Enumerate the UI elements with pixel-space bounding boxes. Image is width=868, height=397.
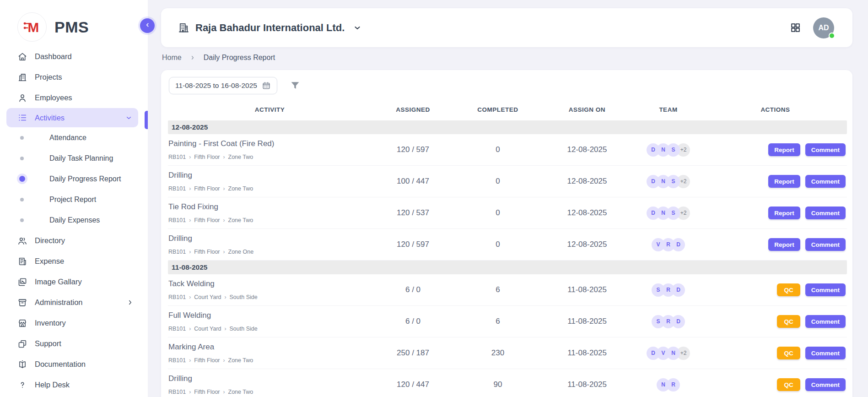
report-button[interactable]: Report: [768, 175, 800, 188]
chevron-right-icon: ›: [189, 185, 191, 192]
assigned-value: 120 / 597: [372, 145, 454, 154]
assign-on-value: 11-08-2025: [541, 348, 633, 358]
activity-path: RB101›Fifth Floor›Zone Two: [168, 217, 372, 223]
main-area: Raja Bahadur International Ltd. AD Home: [148, 0, 868, 397]
sidebar-item-directory[interactable]: Directory: [0, 230, 148, 251]
buildings-icon: [17, 72, 27, 82]
path-segment: Fifth Floor: [194, 249, 220, 255]
actions-cell: ReportComment: [704, 238, 847, 251]
app-title: PMS: [54, 18, 89, 36]
actions-cell: QCComment: [704, 315, 847, 328]
chevron-right-icon: ›: [189, 249, 191, 255]
comment-button[interactable]: Comment: [805, 238, 846, 251]
svg-text:M: M: [28, 20, 39, 35]
activity-name: Marking Area: [168, 343, 372, 352]
path-segment: RB101: [168, 326, 186, 332]
chevron-right-icon: ›: [189, 389, 191, 395]
completed-value: 6: [454, 317, 541, 326]
comment-button[interactable]: Comment: [805, 143, 846, 156]
report-button[interactable]: Report: [768, 238, 800, 251]
breadcrumb: Home Daily Progress Report: [162, 54, 275, 62]
avatar-initials: AD: [818, 24, 829, 32]
filter-row: 11-08-2025 to 16-08-2025: [161, 70, 852, 94]
actions-cell: QCComment: [704, 283, 847, 296]
column-header-assigned: ASSIGNED: [372, 106, 454, 113]
qc-button[interactable]: QC: [777, 378, 800, 391]
sidebar-collapse-button[interactable]: [140, 18, 155, 33]
date-group-row: 11-08-2025: [168, 261, 847, 274]
actions-cell: ReportComment: [704, 207, 847, 219]
chevron-right-icon: ›: [189, 294, 191, 300]
team-avatar: D: [647, 207, 660, 220]
actions-cell: ReportComment: [704, 143, 847, 156]
activity-path: RB101›Fifth Floor›Zone Two: [168, 357, 372, 364]
activity-name: Tie Rod Fixing: [168, 202, 372, 212]
content-card: 11-08-2025 to 16-08-2025 ACTIVITY ASSIGN…: [161, 70, 852, 397]
chevron-right-icon: ›: [223, 217, 225, 223]
sidebar-item-support[interactable]: Support: [0, 333, 148, 354]
path-segment: RB101: [168, 185, 186, 192]
filter-button[interactable]: [290, 80, 301, 91]
user-avatar[interactable]: AD: [813, 17, 834, 38]
path-segment: Court Yard: [194, 294, 221, 300]
company-selector[interactable]: Raja Bahadur International Ltd.: [178, 22, 362, 34]
sidebar-item-dashboard[interactable]: Dashboard: [0, 46, 148, 67]
assign-on-value: 11-08-2025: [541, 317, 633, 326]
actions-cell: ReportComment: [704, 175, 847, 188]
comment-button[interactable]: Comment: [805, 315, 846, 328]
comment-button[interactable]: Comment: [805, 378, 846, 391]
sidebar-item-help-desk[interactable]: Help Desk: [0, 375, 148, 395]
sidebar-subitem-project-report[interactable]: Project Report: [0, 189, 148, 210]
sidebar-subitem-daily-task-planning[interactable]: Daily Task Planning: [0, 148, 148, 169]
sidebar-item-expense[interactable]: Expense: [0, 251, 148, 272]
sidebar-item-inventory[interactable]: Inventory: [0, 313, 148, 333]
report-button[interactable]: Report: [768, 207, 800, 219]
breadcrumb-home-link[interactable]: Home: [162, 54, 182, 62]
team-cell: SRD: [633, 283, 704, 297]
help-icon: [17, 380, 27, 390]
activity-name: Painting - First Coat (Fire Red): [168, 139, 372, 148]
path-segment: South Side: [230, 326, 258, 332]
sidebar-nav: DashboardProjectsEmployeesActivitiesAtte…: [0, 46, 148, 395]
team-cell: DNS+2: [633, 207, 704, 220]
sidebar-item-image-gallary[interactable]: Image Gallary: [0, 272, 148, 292]
chevron-right-icon: ›: [189, 217, 191, 223]
topbar-actions: AD: [790, 17, 834, 38]
calendar-icon: [262, 81, 271, 90]
assigned-value: 120 / 597: [372, 240, 454, 249]
activity-row: Marking AreaRB101›Fifth Floor›Zone Two25…: [168, 337, 847, 369]
qc-button[interactable]: QC: [777, 315, 800, 328]
comment-button[interactable]: Comment: [805, 347, 846, 359]
path-segment: Fifth Floor: [194, 154, 220, 160]
qc-button[interactable]: QC: [777, 283, 800, 296]
sidebar-item-administration[interactable]: Administration: [0, 292, 148, 313]
team-avatar: S: [652, 283, 665, 297]
chevron-down-icon: [353, 23, 362, 33]
sidebar-item-employees[interactable]: Employees: [0, 87, 148, 108]
sidebar-subitem-daily-progress-report[interactable]: Daily Progress Report: [0, 169, 148, 189]
path-segment: Zone Two: [228, 185, 253, 192]
report-button[interactable]: Report: [768, 143, 800, 156]
activity-name: Full Welding: [168, 311, 372, 320]
comment-button[interactable]: Comment: [805, 207, 846, 219]
sidebar-item-documentation[interactable]: Documentation: [0, 354, 148, 375]
assigned-value: 250 / 187: [372, 348, 454, 358]
chevron-right-icon: ›: [223, 357, 225, 364]
date-range-input[interactable]: 11-08-2025 to 16-08-2025: [169, 77, 277, 94]
online-status-dot: [829, 33, 835, 39]
column-header-assign-on: ASSIGN ON: [541, 106, 633, 113]
sidebar-subitem-attendance[interactable]: Attendance: [0, 127, 148, 148]
sidebar-subitem-daily-expenses[interactable]: Daily Expenses: [0, 210, 148, 230]
apps-grid-button[interactable]: [790, 22, 801, 33]
sidebar-item-activities[interactable]: Activities: [6, 108, 138, 127]
chevron-right-icon: ›: [189, 357, 191, 364]
path-segment: RB101: [168, 389, 186, 395]
assign-on-value: 12-08-2025: [541, 177, 633, 186]
qc-button[interactable]: QC: [777, 347, 800, 359]
path-segment: RB101: [168, 357, 186, 364]
gallery-icon: [17, 277, 27, 287]
comment-button[interactable]: Comment: [805, 175, 846, 188]
comment-button[interactable]: Comment: [805, 283, 846, 296]
sidebar-item-projects[interactable]: Projects: [0, 67, 148, 87]
team-avatar: D: [647, 347, 660, 360]
